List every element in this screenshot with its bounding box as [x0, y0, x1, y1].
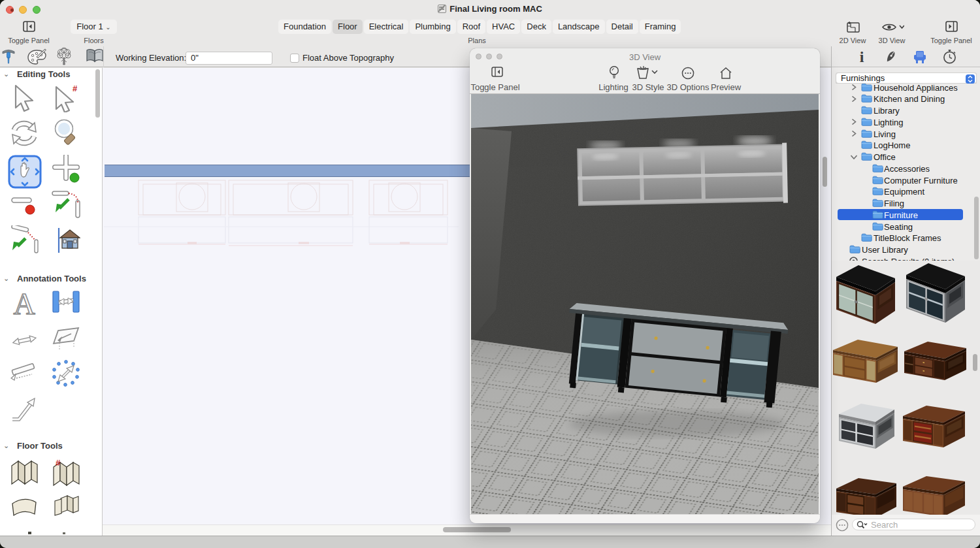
svg-text:A: A [13, 289, 35, 318]
svg-text:#: # [56, 458, 61, 468]
svg-text:#: # [73, 84, 78, 93]
